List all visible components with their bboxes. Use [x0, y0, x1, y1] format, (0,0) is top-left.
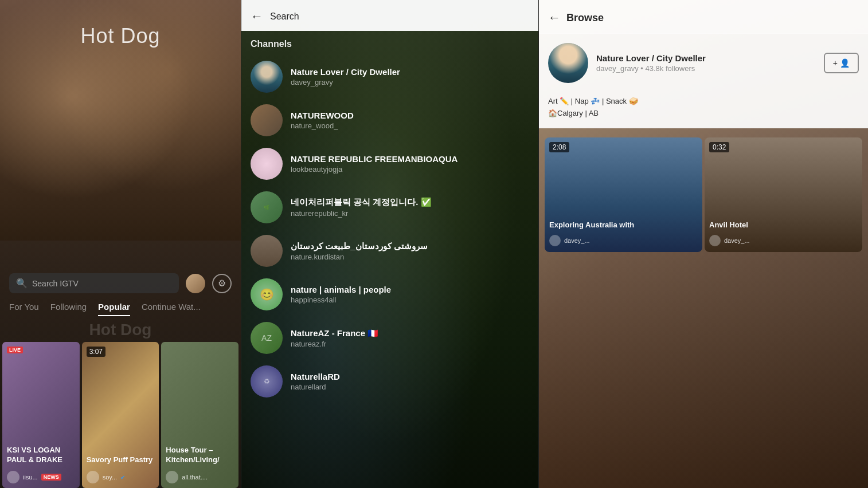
right-panel: ← Browse Nature Lover / City Dweller dav… — [539, 0, 868, 488]
page-title: Hot Dog — [0, 24, 241, 48]
video-thumb-1[interactable]: LIVE KSI VS LOGAN PAUL & DRAKE iisu... N… — [2, 342, 80, 488]
channel-info-6: NatureAZ - France 🇫🇷 natureaz.fr — [291, 328, 529, 348]
bio-line-1: Art ✏️ | Nap 💤 | Snack 🥪 — [548, 96, 859, 108]
channel-info-0: Nature Lover / City Dweller davey_gravy — [291, 67, 529, 86]
channel-avatar-img-2 — [251, 148, 283, 180]
channel-list: Nature Lover / City Dweller davey_gravy … — [241, 55, 538, 403]
profile-name: Nature Lover / City Dweller — [596, 53, 816, 63]
channel-avatar-5: 😊 — [251, 278, 283, 310]
channel-item-2[interactable]: NATURE REPUBLIC FREEMANBIOAQUA lookbeaut… — [241, 142, 538, 186]
channel-avatar-img-6: AZ — [251, 322, 283, 354]
user-avatar[interactable] — [186, 274, 205, 293]
channel-avatar-1 — [251, 104, 283, 136]
channel-avatar-img-4 — [251, 235, 283, 267]
channel-item-5[interactable]: 😊 nature | animals | people happiness4al… — [241, 273, 538, 316]
profile-bio: Art ✏️ | Nap 💤 | Snack 🥪 🏠Calgary | AB — [539, 90, 868, 128]
channels-heading: Channels — [241, 31, 538, 55]
thumb-title: KSI VS LOGAN PAUL & DRAKE — [7, 446, 75, 465]
back-button[interactable]: ← — [251, 9, 263, 24]
search-header: ← — [241, 0, 538, 31]
channel-handle-4: nature.kurdistan — [291, 253, 529, 261]
channel-handle-0: davey_gravy — [291, 78, 529, 86]
thumb-author-row: soy... ✔ — [87, 471, 155, 483]
search-bar[interactable]: 🔍 Search IGTV — [9, 273, 179, 293]
channel-name-5: nature | animals | people — [291, 285, 529, 294]
channel-name-3: 네이처리퍼블릭 공식 계정입니다. ✅ — [291, 197, 529, 208]
rv-author-name-1: davey_... — [724, 237, 750, 244]
channel-name-2: NATURE REPUBLIC FREEMANBIOAQUA — [291, 154, 529, 164]
thumb-bg — [82, 342, 159, 488]
channel-avatar-4 — [251, 235, 283, 267]
channel-item-6[interactable]: AZ NatureAZ - France 🇫🇷 natureaz.fr — [241, 316, 538, 360]
bio-line-2: 🏠Calgary | AB — [548, 108, 859, 120]
thumb-duration: 3:07 — [87, 347, 105, 357]
channel-avatar-2 — [251, 148, 283, 180]
thumb-bg — [161, 342, 238, 488]
channel-item-1[interactable]: NATUREWOOD nature_wood_ — [241, 99, 538, 142]
channel-item-3[interactable]: 🌿 네이처리퍼블릭 공식 계정입니다. ✅ naturerepublic_kr — [241, 186, 538, 229]
channel-handle-1: nature_wood_ — [291, 121, 529, 130]
thumb-bg — [2, 342, 80, 488]
channel-item-0[interactable]: Nature Lover / City Dweller davey_gravy — [241, 55, 538, 99]
thumb-title: Savory Puff Pastry — [87, 455, 155, 465]
video-thumb-2[interactable]: 3:07 Savory Puff Pastry soy... ✔ — [82, 342, 159, 488]
channel-avatar-0 — [251, 61, 283, 93]
watermark: Hot Dog — [0, 321, 241, 339]
channel-handle-5: happiness4all — [291, 296, 529, 304]
tabs-row: For You Following Popular Continue Wat..… — [0, 302, 241, 316]
channel-handle-7: naturellard — [291, 383, 529, 391]
right-videos-row: 2:08 Exploring Australia with davey_... … — [539, 128, 868, 261]
right-video-thumb-1[interactable]: 0:32 Anvil Hotel davey_... — [705, 137, 862, 252]
tab-following[interactable]: Following — [50, 302, 87, 316]
left-panel: Hot Dog 🔍 Search IGTV ⚙ For You Followin… — [0, 0, 241, 488]
channel-item-7[interactable]: ♻ NaturellaRD naturellard — [241, 360, 538, 403]
tab-popular[interactable]: Popular — [98, 302, 130, 316]
channel-handle-6: natureaz.fr — [291, 340, 529, 348]
channel-info-1: NATUREWOOD nature_wood_ — [291, 111, 529, 130]
rv-duration-1: 0:32 — [709, 142, 729, 152]
thumb-avatar — [87, 471, 99, 483]
channel-profile-section: Nature Lover / City Dweller davey_gravy … — [539, 34, 868, 90]
search-input[interactable] — [270, 11, 529, 22]
video-thumbnails: LIVE KSI VS LOGAN PAUL & DRAKE iisu... N… — [0, 342, 241, 488]
middle-panel: ← Channels Nature Lover / City Dweller d… — [241, 0, 539, 488]
channel-name-1: NATUREWOOD — [291, 111, 529, 120]
channel-avatar-img-7: ♻ — [251, 365, 283, 398]
channel-name-7: NaturellaRD — [291, 372, 529, 381]
profile-avatar-img — [548, 43, 588, 83]
channel-info-3: 네이처리퍼블릭 공식 계정입니다. ✅ naturerepublic_kr — [291, 197, 529, 218]
rv-title-1: Anvil Hotel — [709, 221, 858, 230]
channel-avatar-img-1 — [251, 104, 283, 136]
thumb-author-row: all.that.... — [166, 471, 234, 483]
rv-avatar-0 — [549, 235, 561, 246]
channel-info-4: سروشتی کوردستان_طبیعت کردستان nature.kur… — [291, 241, 529, 261]
tab-continue-watching[interactable]: Continue Wat... — [142, 302, 201, 316]
thumb-author: soy... — [103, 474, 117, 481]
thumb-author: all.that.... — [182, 474, 208, 481]
thumb-avatar — [7, 471, 19, 483]
rv-duration-0: 2:08 — [549, 142, 569, 152]
live-badge: LIVE — [7, 347, 23, 353]
search-bar-area: 🔍 Search IGTV ⚙ — [0, 273, 241, 293]
profile-avatar — [548, 43, 588, 83]
profile-handle: davey_gravy • 43.8k followers — [596, 64, 816, 73]
browse-back-button[interactable]: ← — [548, 10, 561, 25]
video-thumb-3[interactable]: House Tour – Kitchen/Living/ all.that...… — [161, 342, 238, 488]
channel-avatar-6: AZ — [251, 322, 283, 354]
tab-for-you[interactable]: For You — [9, 302, 39, 316]
settings-icon[interactable]: ⚙ — [212, 274, 232, 293]
follow-button[interactable]: +👤 — [824, 53, 859, 73]
follow-icon: 👤 — [840, 58, 850, 68]
channel-handle-2: lookbeautyjogja — [291, 165, 529, 174]
search-icon: 🔍 — [16, 278, 28, 289]
search-input-label: Search IGTV — [32, 279, 79, 288]
channel-avatar-3: 🌿 — [251, 191, 283, 223]
channel-item-4[interactable]: سروشتی کوردستان_طبیعت کردستان nature.kur… — [241, 229, 538, 273]
browse-title: Browse — [566, 12, 604, 24]
browse-header: ← Browse — [539, 0, 868, 34]
right-video-thumb-0[interactable]: 2:08 Exploring Australia with davey_... — [545, 137, 702, 252]
channel-info-7: NaturellaRD naturellard — [291, 372, 529, 391]
channel-handle-3: naturerepublic_kr — [291, 209, 529, 218]
channel-avatar-img-0 — [251, 61, 283, 93]
verified-badge: ✔ — [120, 474, 125, 481]
